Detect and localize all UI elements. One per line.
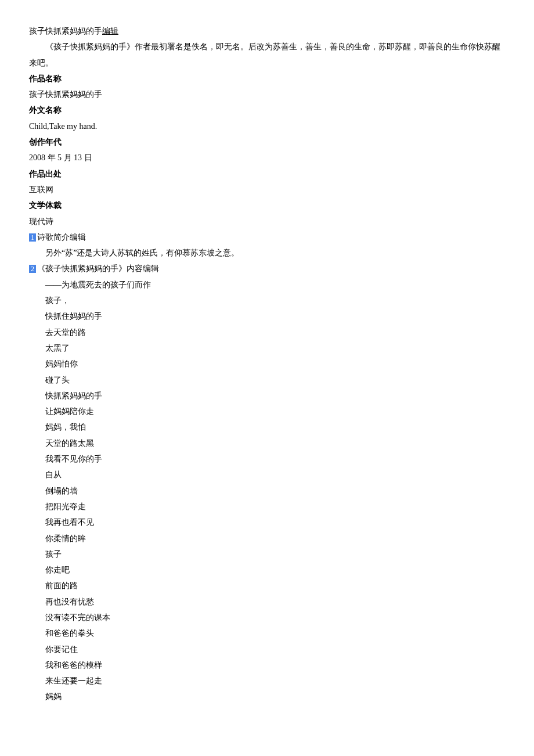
poem-line: 妈妈，我怕 bbox=[29, 419, 505, 435]
poem-line: 孩子 bbox=[29, 546, 505, 562]
anchor-badge[interactable]: 1 bbox=[29, 233, 36, 242]
poem-line: 我和爸爸的模样 bbox=[29, 657, 505, 673]
field-label: 外文名称 bbox=[29, 102, 505, 118]
field-value: Child,Take my hand. bbox=[29, 118, 505, 134]
field-label: 作品出处 bbox=[29, 166, 505, 182]
field-label: 创作年代 bbox=[29, 134, 505, 150]
field-label: 作品名称 bbox=[29, 71, 505, 87]
section-heading: 2《孩子快抓紧妈妈的手》内容编辑 bbox=[29, 261, 505, 276]
intro-paragraph: 《孩子快抓紧妈妈的手》作者最初署名是佚名，即无名。后改为苏善生，善生，善良的生命… bbox=[29, 39, 505, 71]
poem-line: 快抓紧妈妈的手 bbox=[29, 388, 505, 404]
poem-line: 去天堂的路 bbox=[29, 325, 505, 340]
field-value: 互联网 bbox=[29, 182, 505, 197]
poem-line: 我再也看不见 bbox=[29, 514, 505, 530]
field-value: 孩子快抓紧妈妈的手 bbox=[29, 87, 505, 102]
poem-line: 碰了头 bbox=[29, 372, 505, 388]
poem-line: 天堂的路太黑 bbox=[29, 435, 505, 451]
poem-line: 你走吧 bbox=[29, 562, 505, 578]
poem-line: 你柔情的眸 bbox=[29, 531, 505, 546]
poem-line: 来生还要一起走 bbox=[29, 673, 505, 689]
poem-line: 自从 bbox=[29, 467, 505, 483]
field-value: 现代诗 bbox=[29, 214, 505, 229]
poem-line: 孩子， bbox=[29, 293, 505, 308]
poem-line: 再也没有忧愁 bbox=[29, 594, 505, 610]
section-title: 诗歌简介编辑 bbox=[37, 233, 86, 242]
poem-line: 妈妈 bbox=[29, 689, 505, 704]
section-line: 另外“苏”还是大诗人苏轼的姓氏，有仰慕苏东坡之意。 bbox=[29, 245, 505, 261]
doc-title: 孩子快抓紧妈妈的手编辑 bbox=[29, 23, 505, 39]
poem-line: 和爸爸的拳头 bbox=[29, 625, 505, 641]
section-heading: 1诗歌简介编辑 bbox=[29, 229, 505, 245]
poem-line: ——为地震死去的孩子们而作 bbox=[29, 277, 505, 293]
poem-line: 我看不见你的手 bbox=[29, 451, 505, 467]
title-text: 孩子快抓紧妈妈的手 bbox=[29, 27, 102, 35]
poem-line: 前面的路 bbox=[29, 578, 505, 593]
section-title: 《孩子快抓紧妈妈的手》内容编辑 bbox=[37, 264, 159, 273]
poem-line: 没有读不完的课本 bbox=[29, 610, 505, 625]
poem-line: 把阳光夺走 bbox=[29, 499, 505, 514]
poem-line: 快抓住妈妈的手 bbox=[29, 308, 505, 324]
field-value: 2008 年 5 月 13 日 bbox=[29, 150, 505, 165]
anchor-badge[interactable]: 2 bbox=[29, 265, 36, 273]
poem-line: 太黑了 bbox=[29, 340, 505, 356]
poem-line: 倒塌的墙 bbox=[29, 483, 505, 499]
poem-line: 你要记住 bbox=[29, 642, 505, 657]
poem-line: 妈妈怕你 bbox=[29, 356, 505, 372]
edit-link[interactable]: 编辑 bbox=[102, 27, 118, 35]
poem-line: 让妈妈陪你走 bbox=[29, 404, 505, 419]
field-label: 文学体裁 bbox=[29, 197, 505, 213]
